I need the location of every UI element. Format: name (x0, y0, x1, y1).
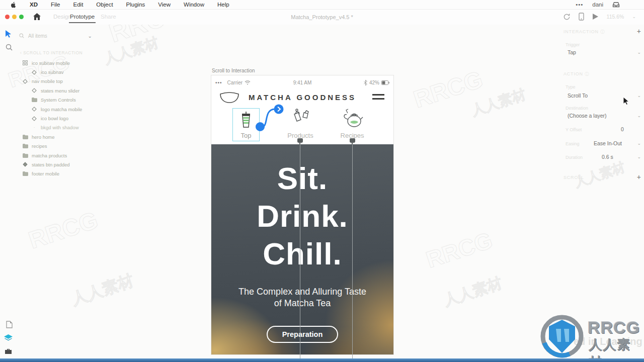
layer-label: hero home (32, 134, 54, 140)
artboard[interactable]: ••• Carrier 9:41 AM 42% MATCHA GOODNESS … (211, 75, 393, 354)
app-header: MATCHA GOODNESS (211, 89, 393, 107)
mouse-cursor (623, 97, 629, 105)
layer-label: System Controls (41, 97, 76, 103)
menu-edit[interactable]: Edit (73, 2, 84, 8)
zoom-level[interactable]: 115.6% (607, 14, 624, 20)
macos-menubar: XD File Edit Object Plugins View Window … (0, 0, 644, 10)
type-dropdown[interactable]: Scroll To (568, 93, 588, 99)
layer-label: ico subnav (41, 69, 63, 75)
easing-dropdown[interactable]: Ease In-Out (594, 140, 622, 146)
component-diamond-icon (31, 88, 37, 93)
menubar-username[interactable]: dani (592, 2, 603, 8)
wire-arrow (274, 105, 284, 114)
menu-help[interactable]: Help (217, 2, 229, 8)
watermark-text: 人人素材 (469, 85, 528, 121)
folder-icon (31, 98, 37, 102)
filter-chevron-icon[interactable]: ⌄ (88, 33, 92, 39)
grid-icon (22, 60, 28, 65)
hero-section: Sit. Drink. Chill. The Complex and Allur… (211, 144, 393, 354)
chevron-down-icon[interactable]: ⌄ (637, 141, 641, 146)
menubar-tray-icon[interactable] (612, 2, 620, 8)
scroll-guide-line (300, 144, 300, 358)
chevron-down-icon[interactable]: ⌄ (637, 154, 641, 159)
layer-row[interactable]: recipes (18, 142, 114, 151)
assets-panel-icon[interactable] (5, 348, 12, 354)
component-diamond-icon (31, 116, 37, 121)
chevron-down-icon[interactable]: ⌄ (637, 50, 641, 55)
apple-menu-icon[interactable] (10, 2, 17, 8)
layer-row[interactable]: hero home (18, 132, 114, 141)
layer-row[interactable]: logo matcha mobile (18, 105, 114, 114)
mobile-preview-icon[interactable] (579, 13, 584, 21)
search-icon[interactable] (6, 44, 13, 51)
layer-row[interactable]: states btn padded (18, 160, 114, 169)
trigger-label: Trigger (566, 42, 580, 47)
nav-item-recipes[interactable]: Recipes (335, 108, 370, 139)
watermark-text: RRCG (25, 206, 101, 254)
layers-filter[interactable]: All items ⌄ (19, 31, 92, 40)
duration-dropdown[interactable]: 0.6 s (602, 154, 613, 160)
layer-row[interactable]: ico subnav (18, 67, 114, 76)
app-toolbar: Design Prototype Share Matcha_Prototype_… (0, 10, 644, 25)
component-diamond-icon (31, 107, 37, 112)
menu-xd[interactable]: XD (30, 2, 38, 8)
artboard-title[interactable]: Scroll to Interaction (212, 68, 255, 73)
layer-label: nav mobile top (32, 78, 63, 84)
preparation-button[interactable]: Preparation (267, 326, 338, 343)
add-button[interactable]: + (637, 173, 641, 181)
layer-label: ico subnav mobile (32, 60, 70, 66)
layers-artboard-header[interactable]: ‹ SCROLL TO INTERACTION (20, 50, 83, 55)
app-title[interactable]: MATCHA GOODNESS (211, 93, 393, 102)
layer-row[interactable]: ico bowl logo (18, 114, 114, 123)
statusbar-time: 9:41 AM (211, 80, 393, 85)
hero-subtitle: The Complex and Alluring Taste of Matcha… (211, 286, 393, 309)
component-diamond-icon (22, 79, 28, 84)
info-icon: ⓘ (600, 30, 605, 34)
select-tool-icon[interactable] (5, 30, 12, 38)
layer-row[interactable]: ico subnav mobile (18, 58, 114, 67)
folder-icon (22, 144, 28, 148)
hamburger-menu-icon[interactable] (372, 94, 384, 102)
menu-plugins[interactable]: Plugins (126, 2, 145, 8)
add-interaction-button[interactable]: + (637, 27, 641, 35)
watermark-text: RRCG (410, 65, 486, 114)
scroll-anchor-products[interactable] (297, 138, 303, 143)
layer-row[interactable]: states menu slider (18, 86, 114, 95)
info-icon: ⓘ (585, 72, 589, 76)
layer-row[interactable]: · bkgd with shadow (18, 123, 114, 132)
layers-panel-icon[interactable] (4, 334, 13, 342)
menu-file[interactable]: File (51, 2, 60, 8)
menu-object[interactable]: Object (96, 2, 113, 8)
component-diamond-icon (31, 70, 37, 75)
layer-row[interactable]: matcha products (18, 151, 114, 160)
y-offset-field[interactable]: 0 (621, 126, 624, 132)
layer-row[interactable]: System Controls (18, 96, 114, 105)
component-diamond-filled-icon (22, 162, 28, 167)
teapot-icon (341, 108, 364, 128)
trigger-dropdown[interactable]: Tap (568, 49, 576, 55)
destination-dropdown[interactable]: (Choose a layer) (568, 113, 607, 119)
menubar-more-icon[interactable]: ••• (576, 2, 583, 8)
menu-window[interactable]: Window (184, 2, 204, 8)
desktop-preview-play-icon[interactable] (592, 13, 599, 20)
watermark-text: 人人素材 (68, 269, 136, 310)
prototype-wire[interactable] (251, 102, 289, 134)
zoom-chevron-icon[interactable]: ⌄ (632, 14, 636, 19)
rrcg-logo-text: RRCG (588, 318, 640, 337)
menu-view[interactable]: View (158, 2, 171, 8)
folder-icon (22, 171, 28, 176)
chevron-down-icon[interactable]: ⌄ (637, 113, 641, 118)
document-title: Matcha_Prototype_v4.5 * (0, 14, 644, 20)
chevron-down-icon[interactable]: ⌄ (637, 93, 641, 98)
layer-label: matcha products (32, 153, 67, 158)
bottom-progress-bar (0, 358, 644, 362)
artboard-panel-icon[interactable] (6, 321, 13, 328)
interaction-section-header: INTERACTION ⓘ (564, 29, 605, 35)
layer-row[interactable]: footer mobile (18, 169, 114, 178)
layer-label: bkgd with shadow (41, 125, 79, 130)
layer-row[interactable]: nav mobile top (18, 77, 114, 86)
layer-label: logo matcha mobile (41, 107, 82, 112)
scroll-anchor-recipes[interactable] (350, 138, 355, 143)
sync-user-icon[interactable] (563, 13, 571, 21)
type-label: Type (566, 84, 576, 89)
